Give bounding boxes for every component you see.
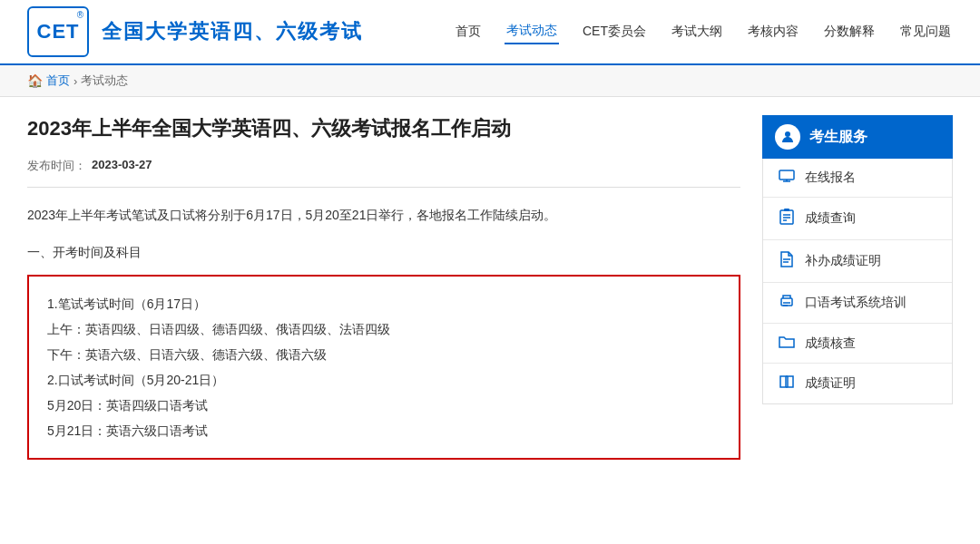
publish-label: 发布时间： xyxy=(27,158,86,174)
sidebar-item-score-query-label: 成绩查询 xyxy=(805,210,856,227)
content-area: 2023年上半年全国大学英语四、六级考试报名工作启动 发布时间： 2023-03… xyxy=(27,115,740,460)
morning-label: 上午：英语四级、日语四级、德语四级、俄语四级、法语四级 xyxy=(47,316,720,342)
may21-label: 5月21日：英语六级口语考试 xyxy=(47,418,720,443)
nav-item-news[interactable]: 考试动态 xyxy=(505,19,559,44)
sidebar-item-score-query[interactable]: 成绩查询 xyxy=(763,198,952,240)
article-title: 2023年上半年全国大学英语四、六级考试报名工作启动 xyxy=(27,115,740,143)
sidebar-item-oral-training-label: 口语考试系统培训 xyxy=(805,295,906,311)
sidebar-header-icon xyxy=(775,124,800,150)
site-header: CET ® 全国大学英语四、六级考试 首页 考试动态 CET委员会 考试大纲 考… xyxy=(0,0,980,65)
afternoon-label: 下午：英语六级、日语六级、德语六级、俄语六级 xyxy=(47,342,720,367)
written-title: 1.笔试考试时间（6月17日） xyxy=(47,291,720,316)
sidebar-item-reissue-label: 补办成绩证明 xyxy=(805,253,881,269)
cet-logo: CET ® xyxy=(27,6,89,57)
exam-schedule-box: 1.笔试考试时间（6月17日） 上午：英语四级、日语四级、德语四级、俄语四级、法… xyxy=(27,275,740,460)
home-icon: 🏠 xyxy=(27,73,43,88)
sidebar-menu: 在线报名 成绩查询 xyxy=(762,159,953,404)
cet-logo-text: CET xyxy=(37,20,80,44)
breadcrumb-separator: › xyxy=(74,74,77,88)
cet-logo-reg: ® xyxy=(77,10,84,20)
svg-rect-11 xyxy=(781,298,792,306)
oral-title: 2.口试考试时间（5月20-21日） xyxy=(47,367,720,393)
sidebar-item-register-label: 在线报名 xyxy=(805,170,856,186)
sidebar-item-score-verify[interactable]: 成绩核查 xyxy=(763,324,952,364)
monitor-icon xyxy=(778,170,796,186)
article-intro: 2023年上半年考试笔试及口试将分别于6月17日，5月20至21日举行，各地报名… xyxy=(27,204,740,227)
nav-item-committee[interactable]: CET委员会 xyxy=(581,20,648,44)
svg-rect-1 xyxy=(779,170,794,180)
sidebar-item-certificate[interactable]: 成绩证明 xyxy=(763,364,952,403)
document-icon xyxy=(778,251,796,271)
sidebar-item-reissue[interactable]: 补办成绩证明 xyxy=(763,240,952,283)
folder-icon xyxy=(778,335,796,352)
main-nav: 首页 考试动态 CET委员会 考试大纲 考核内容 分数解释 常见问题 xyxy=(454,19,953,44)
section1-heading: 一、开考时间及科目 xyxy=(27,241,740,264)
sidebar-item-oral-training[interactable]: 口语考试系统培训 xyxy=(763,283,952,324)
main-container: 2023年上半年全国大学英语四、六级考试报名工作启动 发布时间： 2023-03… xyxy=(0,97,980,478)
header-left: CET ® 全国大学英语四、六级考试 xyxy=(27,6,363,57)
site-title: 全国大学英语四、六级考试 xyxy=(102,18,363,45)
breadcrumb: 🏠 首页 › 考试动态 xyxy=(0,65,980,97)
svg-point-0 xyxy=(785,131,790,137)
sidebar-item-register[interactable]: 在线报名 xyxy=(763,159,952,198)
sidebar: 考生服务 在线报名 xyxy=(762,115,953,460)
printer-icon xyxy=(778,294,796,312)
sidebar-header: 考生服务 xyxy=(762,115,953,159)
nav-item-content[interactable]: 考核内容 xyxy=(746,20,800,44)
nav-item-score[interactable]: 分数解释 xyxy=(822,20,877,44)
breadcrumb-home-link[interactable]: 首页 xyxy=(46,73,70,89)
nav-item-home[interactable]: 首页 xyxy=(454,20,483,44)
sidebar-item-score-verify-label: 成绩核查 xyxy=(805,335,856,352)
may20-label: 5月20日：英语四级口语考试 xyxy=(47,393,720,418)
nav-item-syllabus[interactable]: 考试大纲 xyxy=(670,20,724,44)
publish-date: 2023-03-27 xyxy=(92,158,152,174)
nav-item-faq[interactable]: 常见问题 xyxy=(898,20,953,44)
book-icon xyxy=(778,374,796,393)
breadcrumb-current: 考试动态 xyxy=(81,73,128,89)
sidebar-header-label: 考生服务 xyxy=(809,128,867,147)
clipboard-icon xyxy=(778,209,796,228)
sidebar-item-certificate-label: 成绩证明 xyxy=(805,375,856,392)
svg-rect-8 xyxy=(784,209,789,211)
publish-info: 发布时间： 2023-03-27 xyxy=(27,158,740,188)
